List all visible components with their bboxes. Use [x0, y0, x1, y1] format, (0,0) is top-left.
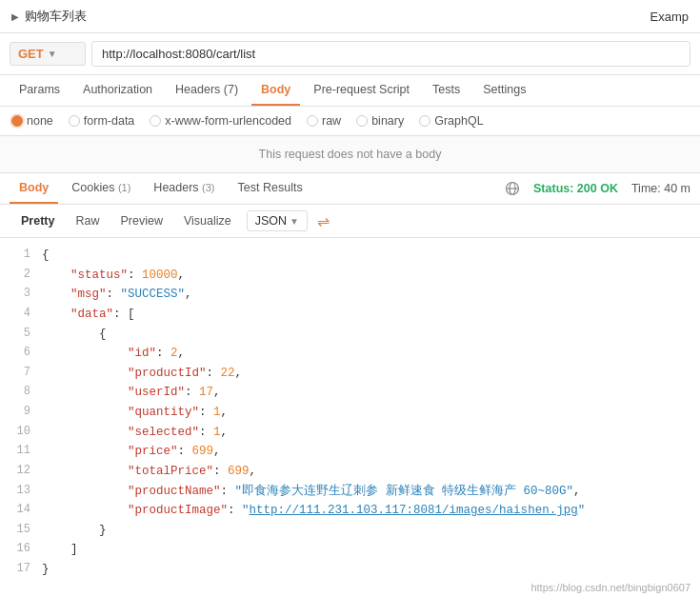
radio-urlencoded-circle — [150, 115, 161, 127]
tab-tests[interactable]: Tests — [423, 75, 470, 106]
fmt-btn-pretty[interactable]: Pretty — [11, 210, 64, 231]
method-label: GET — [18, 47, 44, 61]
fmt-btn-raw[interactable]: Raw — [66, 210, 109, 231]
status-badge: Status: 200 OK — [533, 182, 618, 195]
json-line-13: 13 "productName": "即食海参大连野生辽刺参 新鲜速食 特级生鲜… — [8, 482, 700, 502]
top-bar: ▶ 购物车列表 Examp — [0, 0, 700, 33]
json-output: 1 { 2 "status": 10000, 3 "msg": "SUCCESS… — [0, 238, 700, 587]
json-line-1: 1 { — [8, 246, 700, 266]
resp-tab-cookies[interactable]: Cookies (1) — [62, 173, 140, 204]
url-bar: GET ▼ — [0, 33, 700, 75]
radio-raw-circle — [307, 115, 318, 127]
tab-pre-request-script[interactable]: Pre-request Script — [304, 75, 419, 106]
json-line-11: 11 "price": 699, — [8, 442, 700, 462]
radio-urlencoded[interactable]: x-www-form-urlencoded — [150, 114, 291, 128]
radio-graphql-circle — [419, 115, 430, 127]
radio-none-circle — [11, 115, 23, 127]
resp-tab-body[interactable]: Body — [10, 173, 58, 204]
json-line-15: 15 } — [8, 521, 700, 541]
radio-binary[interactable]: binary — [356, 114, 404, 128]
fmt-btn-visualize[interactable]: Visualize — [174, 210, 241, 231]
response-tabs-bar: Body Cookies (1) Headers (3) Test Result… — [0, 173, 700, 205]
breadcrumb: ▶ 购物车列表 — [11, 8, 87, 25]
tab-settings[interactable]: Settings — [473, 75, 535, 106]
json-line-10: 10 "selected": 1, — [8, 423, 700, 443]
no-body-message: This request does not have a body — [0, 136, 700, 173]
json-line-3: 3 "msg": "SUCCESS", — [8, 285, 700, 305]
expand-arrow-icon[interactable]: ▶ — [11, 11, 19, 22]
radio-none[interactable]: none — [11, 114, 53, 128]
tab-body[interactable]: Body — [251, 75, 300, 106]
json-line-4: 4 "data": [ — [8, 305, 700, 325]
radio-form-data[interactable]: form-data — [69, 114, 135, 128]
method-select[interactable]: GET ▼ — [10, 42, 86, 66]
json-line-2: 2 "status": 10000, — [8, 266, 700, 286]
format-bar: Pretty Raw Preview Visualize JSON ▼ ⇌ — [0, 205, 700, 238]
top-right-label: Examp — [650, 10, 689, 24]
response-meta: Status: 200 OK Time: 40 m — [505, 181, 690, 196]
json-line-17: 17 } — [8, 560, 700, 580]
footer-link: https://blog.csdn.net/bingbign0607 — [521, 578, 700, 597]
json-line-14: 14 "productImage": "http://111.231.103.1… — [8, 501, 700, 521]
json-line-5: 5 { — [8, 325, 700, 345]
radio-form-data-circle — [69, 115, 80, 127]
fmt-btn-preview[interactable]: Preview — [110, 210, 171, 231]
json-line-9: 9 "quantity": 1, — [8, 403, 700, 423]
globe-icon[interactable] — [505, 181, 520, 196]
wrap-icon[interactable]: ⇌ — [317, 212, 330, 230]
tab-authorization[interactable]: Authorization — [73, 75, 162, 106]
radio-raw[interactable]: raw — [307, 114, 341, 128]
radio-graphql[interactable]: GraphQL — [419, 114, 483, 128]
json-line-7: 7 "productId": 22, — [8, 364, 700, 384]
json-line-6: 6 "id": 2, — [8, 344, 700, 364]
json-line-16: 16 ] — [8, 540, 700, 560]
radio-binary-circle — [356, 115, 368, 127]
chevron-down-icon: ▼ — [48, 49, 57, 59]
request-tabs: Params Authorization Headers (7) Body Pr… — [0, 75, 700, 107]
time-label: Time: 40 m — [631, 182, 690, 195]
tab-headers[interactable]: Headers (7) — [166, 75, 248, 106]
chevron-down-icon: ▼ — [290, 216, 299, 227]
body-type-bar: none form-data x-www-form-urlencoded raw… — [0, 107, 700, 136]
resp-tab-test-results[interactable]: Test Results — [229, 173, 312, 204]
resp-tab-headers[interactable]: Headers (3) — [144, 173, 224, 204]
json-line-12: 12 "totalPrice": 699, — [8, 462, 700, 482]
url-input[interactable] — [91, 41, 690, 67]
json-line-8: 8 "userId": 17, — [8, 383, 700, 403]
format-select[interactable]: JSON ▼ — [247, 210, 308, 231]
collection-title: 购物车列表 — [25, 8, 87, 25]
tab-params[interactable]: Params — [10, 75, 70, 106]
